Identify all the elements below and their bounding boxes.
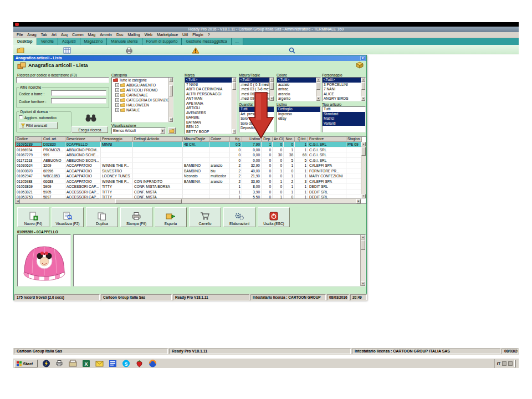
tray-language[interactable]: IT: [497, 362, 500, 366]
scroll-down-icon[interactable]: ▼: [361, 96, 365, 101]
table-row[interactable]: 01166934PROMOZI...ABBUONO PROM...00,0000…: [16, 147, 362, 153]
listbox-scrollbar[interactable]: ▲▼: [168, 78, 173, 122]
tree-item-tutte-le-categorie[interactable]: Tutte le categorie: [112, 78, 173, 83]
alert-icon[interactable]: [192, 46, 200, 53]
list-item-matrici[interactable]: Matrici: [323, 116, 365, 121]
scroll-down-icon[interactable]: ▼: [232, 129, 236, 134]
lightning-icon[interactable]: [42, 360, 50, 367]
column-header-codice[interactable]: Codice: [16, 137, 42, 142]
scroll-thumb[interactable]: [232, 82, 236, 90]
action-carrello[interactable]: Carrello: [189, 207, 221, 227]
tree-item-natale[interactable]: +NATALE: [112, 108, 173, 112]
browser-icon[interactable]: [149, 360, 157, 367]
menu-item-art[interactable]: Art: [49, 32, 59, 38]
printer-icon[interactable]: [55, 360, 64, 367]
window-titlebar[interactable]: Anagrafica articoli - Lista x: [14, 55, 366, 61]
volume-icon[interactable]: [508, 361, 513, 366]
column-header-q-tot[interactable]: Q.tot.: [295, 137, 308, 142]
column-header-dettagli-articolo[interactable]: Dettagli Articolo: [133, 137, 183, 142]
column-header-colore[interactable]: Colore: [209, 137, 230, 142]
list-item-alice[interactable]: ALICE: [323, 92, 361, 97]
tree-item-categoria-di-servizio[interactable]: +CATEGORIA DI SERVIZIO: [112, 98, 173, 103]
list-item-tutti[interactable]: <Tutti>: [239, 78, 269, 83]
list-item-ape-maia[interactable]: APE MAIA: [185, 101, 232, 106]
action-stampa-f9[interactable]: Stampa (F9): [120, 207, 152, 227]
scroll-down-icon[interactable]: ▼: [316, 96, 320, 101]
column-header-descrizione[interactable]: Descrizione: [65, 137, 101, 142]
menu-item-mag[interactable]: Mag: [86, 32, 98, 38]
menu-item-file[interactable]: File: [14, 32, 25, 38]
tab-forum-di-supporto[interactable]: Forum di supporto: [142, 38, 182, 45]
table-row[interactable]: 01171518ABBUONOABBUONO SCON...00,000055C…: [16, 158, 362, 163]
listbox-scrollbar[interactable]: ▲▼: [232, 78, 236, 134]
table-vertical-scrollbar[interactable]: ▲ ▼: [361, 142, 366, 198]
barcode-input[interactable]: [51, 90, 106, 96]
printer-icon[interactable]: [125, 46, 133, 53]
list-item-7-nani[interactable]: 7 NANI: [185, 83, 232, 88]
list-item-arancio[interactable]: arancio: [277, 92, 316, 97]
scroll-up-icon[interactable]: ▲: [169, 78, 173, 82]
view-select[interactable]: Elenco Articoli ▼: [111, 127, 166, 134]
menu-item-plugin[interactable]: Plugin: [190, 32, 205, 38]
list-item-barbie[interactable]: BARBIE: [185, 115, 232, 120]
menu-item-marketplace[interactable]: Marketplace: [155, 32, 180, 38]
tab-magazzino[interactable]: Magazzino: [80, 38, 108, 45]
show-desktop-handle[interactable]: [514, 360, 516, 367]
colore-listbox[interactable]: <Tutti>acciaioantrac.arancioargento▲▼: [277, 77, 321, 101]
scroll-up-icon[interactable]: ▲: [232, 78, 236, 82]
action-uscita-esc[interactable]: Uscita (ESC): [258, 207, 290, 227]
list-item-avengers[interactable]: AVENGERS: [185, 111, 232, 116]
excel-icon[interactable]: X: [82, 360, 90, 367]
action-visualizza-f2[interactable]: Visualizza (F2): [52, 207, 84, 227]
list-item-argento[interactable]: argento: [277, 96, 316, 101]
menu-item-ammin[interactable]: Ammin: [98, 32, 114, 38]
column-header-an-cl[interactable]: An.Cl: [273, 137, 284, 142]
list-item-mesi-03-3-6-mesi[interactable]: .mesi 03 ( 3-6 mesi ): [239, 87, 269, 92]
list-item-tutti[interactable]: <Tutti>: [323, 78, 361, 83]
list-item-acciaio[interactable]: acciaio: [277, 83, 316, 88]
list-item-abiti-da-cerimonia[interactable]: ABITI DA CERIMONIA: [185, 87, 232, 92]
keyboard-icon[interactable]: [502, 361, 507, 366]
table-row[interactable]: 010538695909ACCESSORI CAP...TITTYCONF. M…: [16, 184, 362, 190]
menu-item-acq[interactable]: Acq: [59, 32, 70, 38]
tab-acquisti[interactable]: Acquisti: [58, 38, 80, 45]
tree-item-abbigliamento[interactable]: +ABBIGLIAMENTO: [112, 83, 173, 88]
table-row[interactable]: 01052947WBG1853ACCAPPATOIOLOONEY TUNESNe…: [16, 173, 362, 179]
scroll-up-icon[interactable]: ▲: [361, 235, 365, 239]
menu-item-item[interactable]: ?: [206, 32, 212, 38]
menu-item-web[interactable]: Web: [142, 32, 155, 38]
auto-update-checkbox[interactable]: [19, 115, 23, 119]
list-item-mesi-0-0-3-mesi[interactable]: .mesi 0 ( 0-3 mesi ): [239, 83, 269, 88]
listino-listbox[interactable]: DettaglioIngrossoeBay: [277, 106, 321, 132]
document-icon[interactable]: [109, 360, 117, 367]
action-duplica[interactable]: Duplica: [86, 207, 118, 227]
list-item-ingrosso[interactable]: Ingrosso: [277, 112, 320, 117]
menu-item-tab[interactable]: Tab: [39, 32, 49, 38]
menu-item-util[interactable]: Util: [180, 32, 190, 38]
search-icon[interactable]: [288, 46, 296, 53]
listbox-scrollbar[interactable]: ▲▼: [316, 78, 320, 101]
list-item-artigli[interactable]: ARTIGLI: [185, 106, 232, 111]
column-header-misura-taglie[interactable]: Misura/Taglie: [183, 137, 209, 142]
search-input[interactable]: [16, 77, 109, 83]
column-header-noc[interactable]: Noc.: [284, 137, 295, 142]
listbox-scrollbar[interactable]: ▲▼: [361, 78, 365, 101]
scroll-down-icon[interactable]: ▼: [169, 117, 173, 122]
tab-desktop[interactable]: Desktop: [13, 38, 37, 45]
table-row[interactable]: 01095289D028300CAPPELLOMINNI48 CM.0,57,9…: [16, 142, 362, 147]
open-view-button[interactable]: [168, 127, 176, 134]
scroll-right-icon[interactable]: ▶: [356, 199, 361, 203]
table-row[interactable]: 0100087060996ACCAPPATOIOSILVESTROBAMBINO…: [16, 168, 362, 174]
expand-icon[interactable]: +: [115, 103, 119, 107]
list-item-tutti[interactable]: <Tutti>: [277, 78, 316, 83]
list-item-standard[interactable]: Standard: [323, 112, 365, 117]
skype-icon[interactable]: S: [122, 360, 130, 367]
scroll-down-icon[interactable]: ▼: [361, 282, 365, 286]
notes-scrollbar[interactable]: ▲ ▼: [360, 235, 365, 286]
list-item-ben-10[interactable]: BEN 10: [185, 125, 232, 130]
scroll-down-icon[interactable]: ▼: [361, 194, 366, 198]
horizontal-scroll-thumb[interactable]: [115, 199, 182, 203]
menu-item-anag[interactable]: Anag: [25, 32, 38, 38]
vertical-scroll-thumb[interactable]: [361, 147, 366, 156]
column-header-personaggio[interactable]: Personaggio: [101, 137, 133, 142]
